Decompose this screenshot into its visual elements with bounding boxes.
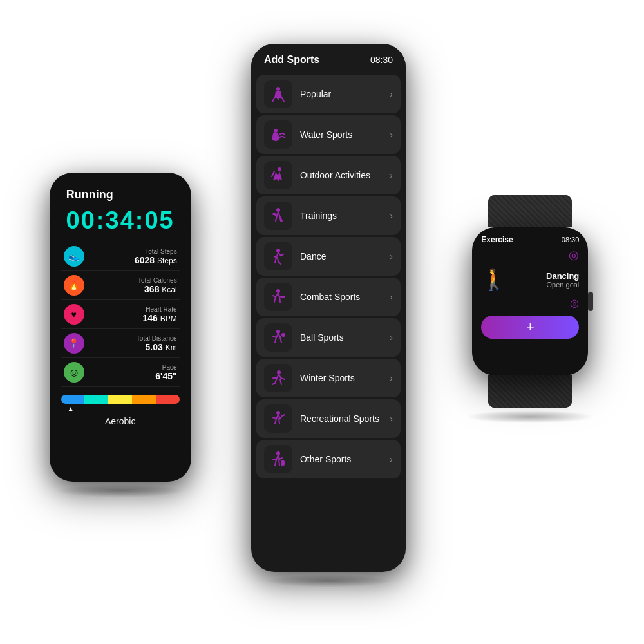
water-chevron: ›: [390, 129, 393, 140]
phone-sports: Add Sports 08:30 Popular ›: [251, 44, 406, 572]
running-timer: 00:34:05: [66, 207, 175, 234]
aerobic-label: Aerobic: [105, 416, 135, 426]
sports-time: 08:30: [370, 55, 393, 65]
running-phone-shadow: [56, 484, 185, 497]
sports-item-outdoor[interactable]: Outdoor Activities ›: [256, 156, 401, 194]
calories-label: Total Calories: [138, 277, 177, 284]
svg-rect-4: [272, 213, 276, 215]
heart-icon: ♥: [64, 304, 84, 325]
svg-rect-13: [281, 460, 285, 466]
sports-item-dance[interactable]: Dance ›: [256, 237, 401, 276]
distance-value: 5.03 Km: [146, 342, 177, 352]
svg-point-7: [281, 296, 285, 298]
watch-goal-icon-bottom: ◎: [570, 297, 579, 309]
recreational-icon: [264, 404, 292, 433]
watch-crown: [588, 292, 593, 311]
combat-icon: [264, 283, 292, 311]
sports-list: Popular › Water Sports ›: [251, 72, 406, 481]
ball-label: Ball Sports: [300, 332, 390, 343]
dance-chevron: ›: [390, 251, 393, 261]
distance-icon: 📍: [64, 333, 84, 354]
pb-blue: [61, 395, 85, 404]
sports-item-popular[interactable]: Popular ›: [256, 75, 401, 113]
popular-chevron: ›: [390, 89, 393, 99]
watch-band-top: [488, 195, 572, 227]
dance-label: Dance: [300, 251, 390, 261]
stat-row-steps: 👟 Total Steps 6028 Steps: [61, 242, 180, 271]
phone-running: Running 00:34:05 👟 Total Steps 6028 Step…: [50, 173, 191, 482]
sports-item-other[interactable]: Other Sports ›: [256, 440, 401, 478]
sports-item-combat[interactable]: Combat Sports ›: [256, 278, 401, 316]
heart-value: 146 BPM: [142, 313, 176, 323]
sports-item-recreational[interactable]: Recreational Sports ›: [256, 399, 401, 438]
outdoor-icon: [264, 161, 292, 189]
steps-label: Total Steps: [145, 248, 176, 255]
dance-icon: [264, 242, 292, 270]
winter-chevron: ›: [390, 373, 393, 383]
water-sports-label: Water Sports: [300, 129, 390, 140]
pace-label: Pace: [162, 364, 177, 371]
stat-row-distance: 📍 Total Distance 5.03 Km: [61, 329, 180, 358]
heart-label: Heart Rate: [146, 306, 176, 313]
sports-phone-shadow: [264, 574, 393, 587]
winter-label: Winter Sports: [300, 373, 390, 383]
running-title: Running: [66, 188, 113, 202]
sports-title: Add Sports: [264, 54, 319, 66]
other-label: Other Sports: [300, 454, 390, 464]
outdoor-chevron: ›: [390, 170, 393, 180]
pb-red: [156, 395, 180, 404]
other-chevron: ›: [390, 454, 393, 464]
recreational-chevron: ›: [390, 413, 393, 424]
outdoor-label: Outdoor Activities: [300, 170, 390, 180]
combat-chevron: ›: [390, 292, 393, 302]
trainings-chevron: ›: [390, 211, 393, 221]
steps-value: 6028 Steps: [135, 255, 177, 265]
pb-cyan: [84, 395, 108, 404]
popular-icon: [264, 80, 292, 108]
svg-point-2: [278, 167, 281, 171]
sports-header: Add Sports 08:30: [251, 44, 406, 72]
progress-indicator: ▲: [68, 405, 74, 412]
other-icon: [264, 445, 292, 473]
svg-point-9: [281, 333, 285, 337]
ball-chevron: ›: [390, 332, 393, 343]
watch-activity-name: Dancing: [546, 271, 579, 281]
svg-point-0: [276, 87, 280, 91]
progress-bar-container: ▲: [61, 395, 180, 412]
calories-icon: 🔥: [64, 275, 84, 296]
watch-add-button[interactable]: +: [481, 316, 579, 339]
watch-activity-sub: Open goal: [546, 281, 579, 289]
stat-row-pace: ◎ Pace 6'45": [61, 358, 180, 387]
watch-band-bottom: [488, 375, 572, 408]
sports-item-winter[interactable]: Winter Sports ›: [256, 359, 401, 397]
popular-label: Popular: [300, 89, 390, 99]
pace-value: 6'45": [155, 371, 176, 381]
trainings-label: Trainings: [300, 211, 390, 221]
steps-icon: 👟: [64, 246, 84, 267]
watch-body: Exercise 08:30 ◎ 🚶 Dancing Open goal ◎: [472, 227, 588, 375]
winter-icon: [264, 364, 292, 392]
watch-screen: Exercise 08:30 ◎ 🚶 Dancing Open goal ◎: [472, 227, 588, 375]
water-sports-icon: [264, 120, 292, 149]
stat-row-calories: 🔥 Total Calories 368 Kcal: [61, 271, 180, 300]
watch-activity-row: 🚶 Dancing Open goal: [481, 267, 579, 292]
watch-header: Exercise 08:30: [481, 235, 579, 244]
watch-shadow: [466, 410, 594, 423]
watch-title: Exercise: [481, 235, 513, 244]
sports-item-trainings[interactable]: Trainings ›: [256, 196, 401, 235]
combat-label: Combat Sports: [300, 292, 390, 302]
watch-time: 08:30: [562, 236, 580, 243]
progress-bar: [61, 395, 180, 404]
svg-point-1: [274, 129, 278, 133]
distance-label: Total Distance: [137, 335, 177, 342]
pb-orange: [132, 395, 156, 404]
pb-yellow: [108, 395, 132, 404]
sports-item-ball[interactable]: Ball Sports ›: [256, 318, 401, 357]
watch-person-icon: 🚶: [481, 267, 507, 292]
watch-goal-icon-top: ◎: [569, 248, 579, 262]
calories-value: 368 Kcal: [144, 284, 177, 294]
stat-row-heart: ♥ Heart Rate 146 BPM: [61, 300, 180, 329]
sports-item-water[interactable]: Water Sports ›: [256, 115, 401, 154]
pace-icon: ◎: [64, 362, 84, 383]
ball-sports-icon: [264, 323, 292, 352]
